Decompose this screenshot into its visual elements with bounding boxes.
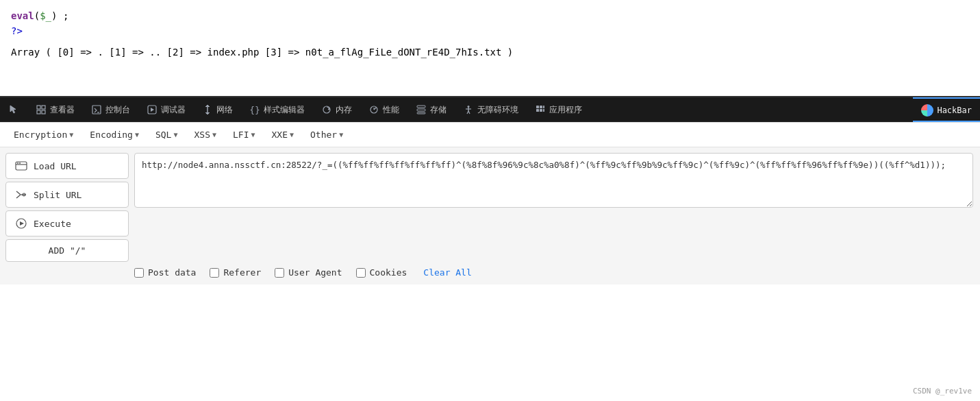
execute-button[interactable]: Execute xyxy=(5,210,129,236)
svg-rect-25 xyxy=(536,109,539,112)
devtools-tab-console[interactable]: 控制台 xyxy=(83,97,138,122)
lfi-chevron: ▼ xyxy=(251,131,255,138)
pick-icon xyxy=(8,104,19,115)
clear-all-button[interactable]: Clear All xyxy=(423,267,471,278)
devtools-tab-hackbar[interactable]: HackBar xyxy=(913,97,980,122)
cookies-checkbox[interactable] xyxy=(356,268,366,278)
checkbox-post-data[interactable]: Post data xyxy=(134,267,196,278)
hackbar-panel: Encryption ▼ Encoding ▼ SQL ▼ XSS ▼ LFI … xyxy=(0,122,980,284)
svg-rect-22 xyxy=(536,106,539,108)
network-icon xyxy=(202,104,213,115)
hackbar-icon xyxy=(921,104,933,117)
svg-marker-7 xyxy=(151,108,154,112)
devtools-tab-memory[interactable]: 内存 xyxy=(313,97,360,122)
url-input[interactable]: http://node4.anna.nssctf.cn:28522/?_=((%… xyxy=(134,153,973,208)
xxe-chevron: ▼ xyxy=(290,131,294,138)
performance-icon xyxy=(368,104,379,115)
svg-rect-1 xyxy=(42,106,45,109)
inspector-icon xyxy=(36,104,47,115)
debugger-label: 调试器 xyxy=(161,104,186,116)
hackbar-menu: Encryption ▼ Encoding ▼ SQL ▼ XSS ▼ LFI … xyxy=(0,123,980,147)
checkbox-referer[interactable]: Referer xyxy=(210,267,261,278)
eval-keyword: eval xyxy=(11,10,34,21)
svg-rect-14 xyxy=(417,106,425,108)
php-var: $_ xyxy=(40,10,51,21)
other-chevron: ▼ xyxy=(339,131,343,138)
load-url-button[interactable]: Load URL xyxy=(5,153,129,179)
referer-checkbox[interactable] xyxy=(210,268,219,278)
menu-item-other[interactable]: Other ▼ xyxy=(303,127,350,143)
network-label: 网络 xyxy=(216,104,233,116)
console-icon xyxy=(91,104,102,115)
user-agent-checkbox[interactable] xyxy=(275,268,284,278)
svg-rect-2 xyxy=(37,110,40,114)
encryption-chevron: ▼ xyxy=(69,131,73,138)
storage-label: 存储 xyxy=(430,104,447,116)
code-line-1: eval($_) ; xyxy=(11,8,969,23)
svg-point-31 xyxy=(19,162,21,164)
xss-chevron: ▼ xyxy=(212,131,216,138)
svg-rect-24 xyxy=(543,106,544,108)
style-editor-label: 样式编辑器 xyxy=(264,104,305,116)
menu-item-lfi[interactable]: LFI ▼ xyxy=(226,127,262,143)
svg-point-17 xyxy=(468,106,470,108)
storage-icon xyxy=(416,104,427,115)
accessibility-label: 无障碍环境 xyxy=(477,104,518,116)
url-area: http://node4.anna.nssctf.cn:28522/?_=((%… xyxy=(134,153,973,262)
devtools-tab-inspector[interactable]: 查看器 xyxy=(27,97,83,122)
execute-icon xyxy=(14,217,28,230)
active-indicator xyxy=(913,121,980,122)
split-url-button[interactable]: Split URL xyxy=(5,182,129,208)
accessibility-icon xyxy=(463,104,474,115)
apps-label: 应用程序 xyxy=(549,104,582,116)
inspector-label: 查看器 xyxy=(50,104,75,116)
menu-item-encoding[interactable]: Encoding ▼ xyxy=(83,127,146,143)
debugger-icon xyxy=(147,104,158,115)
performance-label: 性能 xyxy=(383,104,399,116)
devtools-tab-network[interactable]: 网络 xyxy=(194,97,241,122)
checkbox-user-agent[interactable]: User Agent xyxy=(275,267,342,278)
svg-marker-34 xyxy=(20,221,24,226)
memory-icon xyxy=(321,104,332,115)
svg-line-21 xyxy=(468,111,470,114)
post-data-checkbox[interactable] xyxy=(134,268,144,278)
devtools-tab-performance[interactable]: 性能 xyxy=(360,97,407,122)
load-url-icon xyxy=(14,159,28,173)
split-url-icon xyxy=(14,188,28,202)
menu-item-encryption[interactable]: Encryption ▼ xyxy=(7,127,80,143)
svg-rect-4 xyxy=(92,106,101,114)
devtools-toolbar: 查看器 控制台 调试器 网络 {} 样式编辑器 内存 性能 xyxy=(0,96,980,122)
code-line-3: Array ( [0] => . [1] => .. [2] => index.… xyxy=(11,45,969,60)
svg-rect-26 xyxy=(540,109,542,112)
svg-rect-3 xyxy=(42,110,45,114)
svg-rect-0 xyxy=(37,106,40,109)
hackbar-bottom: Post data Referer User Agent Cookies Cle… xyxy=(0,262,980,284)
devtools-tab-pick[interactable] xyxy=(0,97,27,122)
devtools-tab-debugger[interactable]: 调试器 xyxy=(138,97,194,122)
menu-item-xss[interactable]: XSS ▼ xyxy=(187,127,223,143)
console-label: 控制台 xyxy=(105,104,130,116)
devtools-tab-storage[interactable]: 存储 xyxy=(407,97,455,122)
code-area: eval($_) ; ?> Array ( [0] => . [1] => ..… xyxy=(0,0,980,96)
svg-point-30 xyxy=(17,162,18,164)
svg-rect-27 xyxy=(543,109,544,112)
svg-rect-15 xyxy=(417,109,425,111)
apps-icon xyxy=(535,104,546,115)
add-slash-button[interactable]: ADD "/" xyxy=(5,239,129,262)
left-buttons: Load URL Split URL Execute ADD "/" xyxy=(5,153,129,262)
devtools-tab-style-editor[interactable]: {} 样式编辑器 xyxy=(241,97,313,122)
checkbox-cookies[interactable]: Cookies xyxy=(356,267,407,278)
memory-label: 内存 xyxy=(336,104,352,116)
style-editor-icon: {} xyxy=(249,104,260,115)
svg-rect-23 xyxy=(540,106,542,108)
menu-item-xxe[interactable]: XXE ▼ xyxy=(265,127,301,143)
footer: CSDN @_rev1ve xyxy=(913,387,972,396)
devtools-tab-apps[interactable]: 应用程序 xyxy=(527,97,590,122)
devtools-tab-accessibility[interactable]: 无障碍环境 xyxy=(455,97,527,122)
menu-item-sql[interactable]: SQL ▼ xyxy=(149,127,185,143)
svg-rect-16 xyxy=(417,112,425,114)
encoding-chevron: ▼ xyxy=(135,131,139,138)
hackbar-label: HackBar xyxy=(937,106,972,115)
hackbar-main: Load URL Split URL Execute ADD "/" http:… xyxy=(0,147,980,262)
code-line-2: ?> xyxy=(11,23,969,38)
